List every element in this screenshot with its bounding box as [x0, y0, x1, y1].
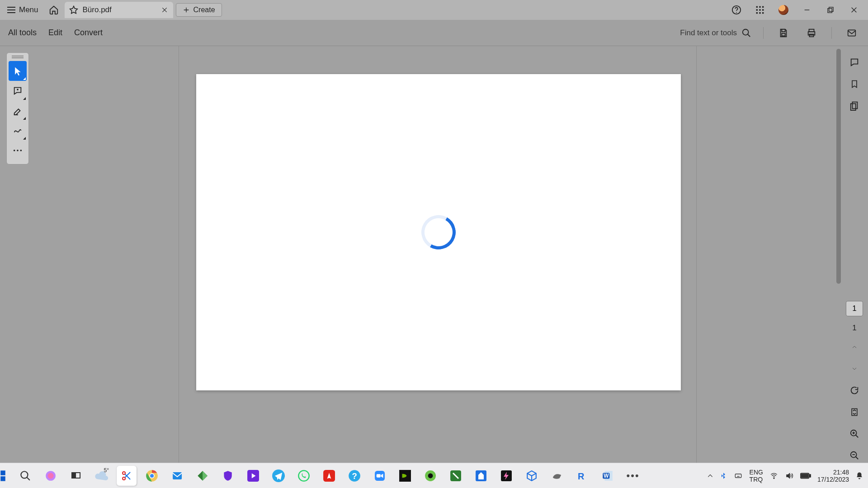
zoom-in-button[interactable] — [846, 427, 863, 441]
taskbar-app-dark-bolt[interactable] — [496, 466, 516, 486]
rotate-button[interactable] — [846, 383, 863, 398]
clock[interactable]: 21:48 17/12/2023 — [817, 469, 849, 483]
taskbar-search[interactable] — [15, 466, 35, 486]
svg-rect-23 — [851, 103, 856, 110]
comments-panel-button[interactable] — [846, 55, 863, 70]
bluetooth-icon[interactable] — [720, 471, 727, 480]
taskbar-app-acrobat[interactable] — [319, 466, 339, 486]
account-avatar[interactable] — [772, 0, 795, 20]
windows-icon — [0, 469, 6, 482]
taskbar-taskview[interactable] — [66, 466, 86, 486]
taskbar-app-chrome[interactable] — [142, 466, 162, 486]
bookmarks-panel-button[interactable] — [846, 77, 863, 91]
menu-button[interactable]: Menu — [3, 3, 43, 17]
zoom-out-button[interactable] — [846, 448, 863, 463]
taskbar-app-telegram[interactable] — [269, 466, 288, 486]
acrobat-icon — [323, 470, 335, 482]
taskbar-app-sketchup[interactable] — [522, 466, 542, 486]
help-circle-icon: ? — [348, 469, 361, 482]
taskbar-copilot[interactable] — [41, 466, 61, 486]
word-icon: W — [602, 470, 613, 482]
edit-button[interactable]: Edit — [48, 28, 62, 38]
bookmark-icon — [850, 79, 859, 89]
keyboard-icon[interactable] — [733, 472, 743, 479]
convert-button[interactable]: Convert — [74, 28, 103, 38]
help-button[interactable] — [725, 0, 748, 20]
scissors-icon — [121, 470, 132, 481]
window-close[interactable] — [843, 0, 865, 20]
total-pages: 1 — [852, 324, 856, 333]
tab-title: Büro.pdf — [83, 5, 112, 14]
notifications-icon[interactable] — [855, 471, 863, 480]
right-rail: 1 1 — [841, 46, 868, 463]
pdf-page — [196, 74, 681, 390]
search-icon — [19, 470, 31, 482]
all-tools-button[interactable]: All tools — [8, 28, 37, 38]
leaf-icon — [450, 470, 461, 481]
taskbar-app-mail[interactable] — [167, 466, 187, 486]
prev-page-button[interactable] — [846, 340, 863, 354]
svg-point-13 — [743, 29, 749, 35]
svg-rect-42 — [173, 472, 182, 479]
chevron-up-icon — [850, 344, 859, 350]
taskbar-app-nvidia[interactable] — [395, 466, 415, 486]
star-icon — [69, 5, 78, 14]
volume-icon[interactable] — [785, 472, 794, 480]
taskbar-app-purple[interactable] — [243, 466, 263, 486]
language-indicator[interactable]: ENG TRQ — [750, 469, 763, 483]
taskbar-app-help[interactable]: ? — [344, 466, 364, 486]
wifi-icon[interactable] — [769, 472, 778, 479]
thumbnails-panel-button[interactable] — [846, 99, 863, 113]
taskbar-app-green-diamond[interactable] — [193, 466, 212, 486]
svg-rect-3 — [759, 6, 760, 8]
taskbar-weather[interactable]: 5° — [91, 466, 111, 486]
weather-temp: 5° — [104, 467, 109, 474]
divider — [763, 27, 764, 39]
mail-icon — [171, 470, 184, 481]
pages-icon — [849, 101, 859, 111]
current-page-input[interactable]: 1 — [846, 301, 863, 316]
create-button[interactable]: Create — [176, 3, 222, 17]
play-box-icon — [247, 470, 259, 482]
mail-icon — [846, 28, 857, 38]
svg-rect-30 — [0, 476, 5, 481]
svg-rect-64 — [809, 474, 811, 477]
taskbar-app-green-circle[interactable] — [420, 466, 440, 486]
print-button[interactable] — [803, 26, 820, 40]
taskbar-app-rhino[interactable] — [547, 466, 567, 486]
tab-close-button[interactable] — [161, 7, 168, 13]
tray-chevron-icon[interactable] — [707, 473, 713, 479]
document-tab[interactable]: Büro.pdf — [65, 2, 173, 18]
menu-label: Menu — [19, 5, 38, 14]
save-button[interactable] — [775, 26, 792, 40]
home-button[interactable] — [46, 3, 62, 17]
taskbar-app-brave[interactable] — [218, 466, 238, 486]
taskbar-app-zoom[interactable] — [370, 466, 390, 486]
taskbar-overflow[interactable]: ••• — [623, 466, 643, 486]
next-page-button[interactable] — [846, 361, 863, 376]
window-minimize[interactable] — [796, 0, 818, 20]
svg-rect-50 — [377, 474, 381, 477]
document-canvas[interactable] — [0, 46, 841, 463]
rhino-icon — [551, 471, 563, 481]
taskbar-app-archicad[interactable] — [471, 466, 491, 486]
taskbar-app-word[interactable]: W — [598, 466, 618, 486]
svg-point-31 — [21, 471, 28, 478]
svg-rect-28 — [0, 470, 5, 475]
fit-page-button[interactable] — [846, 405, 863, 419]
taskbar-app-whatsapp[interactable] — [294, 466, 314, 486]
building-icon — [476, 470, 486, 481]
find-button[interactable]: Find text or tools — [680, 28, 751, 38]
svg-point-53 — [428, 473, 433, 478]
battery-icon[interactable] — [800, 473, 811, 479]
start-button[interactable] — [0, 466, 10, 486]
vertical-scrollbar[interactable] — [836, 49, 841, 284]
taskbar-app-snip[interactable] — [117, 466, 137, 486]
taskbar-app-green-leaf[interactable] — [446, 466, 466, 486]
date: 17/12/2023 — [817, 476, 849, 483]
windows-taskbar: 5° ? — [0, 463, 868, 488]
taskbar-app-revit[interactable]: R — [572, 466, 592, 486]
window-restore[interactable] — [819, 0, 842, 20]
share-email-button[interactable] — [844, 26, 860, 40]
apps-grid-button[interactable] — [749, 0, 771, 20]
